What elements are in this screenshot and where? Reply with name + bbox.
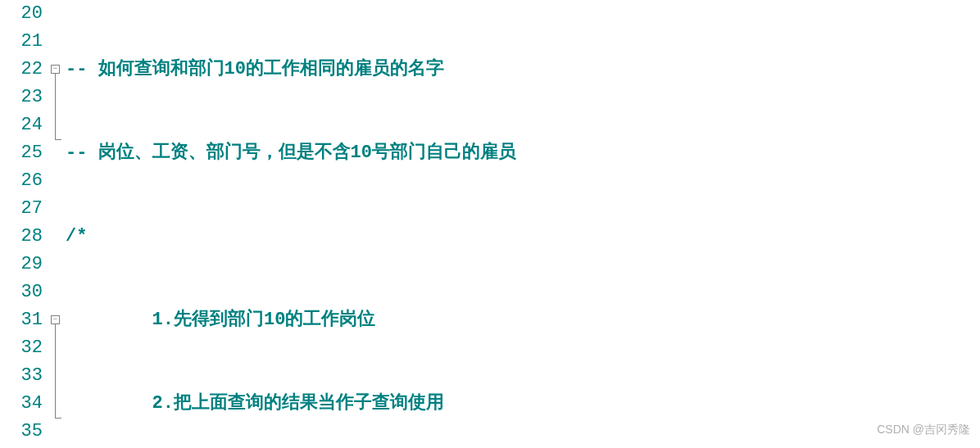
line-number: 29: [0, 251, 43, 278]
fold-column: − −: [49, 0, 66, 448]
line-number: 27: [0, 195, 43, 223]
comment: -- 岗位、工资、部门号，但是不含10号部门自己的雇员: [66, 143, 516, 163]
fold-guide-end: [55, 418, 61, 419]
comment: -- 如何查询和部门10的工作相同的雇员的名字: [66, 59, 444, 79]
fold-toggle-icon[interactable]: −: [51, 315, 60, 324]
line-number: 25: [0, 139, 43, 167]
line-number: 23: [0, 84, 43, 111]
line-number: 24: [0, 111, 43, 139]
code-line[interactable]: 2.把上面查询的结果当作子查询使用: [66, 390, 980, 418]
fold-toggle-icon[interactable]: −: [51, 65, 60, 74]
line-number: 30: [0, 278, 43, 306]
fold-guide-line: [55, 324, 56, 418]
line-number: 31: [0, 306, 43, 334]
line-number: 35: [0, 418, 43, 446]
line-number: 22: [0, 56, 43, 84]
code-area[interactable]: -- 如何查询和部门10的工作相同的雇员的名字 -- 岗位、工资、部门号，但是不…: [66, 0, 980, 448]
line-number: 21: [0, 28, 43, 56]
fold-guide-end: [55, 139, 61, 140]
line-number: 32: [0, 334, 43, 362]
code-editor[interactable]: 20 21 22 23 24 25 26 27 28 29 30 31 32 3…: [0, 0, 980, 448]
code-line[interactable]: /*: [66, 223, 980, 251]
code-line[interactable]: -- 岗位、工资、部门号，但是不含10号部门自己的雇员: [66, 139, 980, 167]
line-number: 33: [0, 362, 43, 390]
block-comment-body: 1.先得到部门10的工作岗位: [66, 310, 375, 330]
line-number: 34: [0, 390, 43, 418]
code-line[interactable]: -- 如何查询和部门10的工作相同的雇员的名字: [66, 56, 980, 84]
watermark: CSDN @吉冈秀隆: [877, 415, 970, 443]
line-number: 26: [0, 167, 43, 195]
code-line[interactable]: 1.先得到部门10的工作岗位: [66, 306, 980, 334]
fold-guide-line: [55, 74, 56, 139]
block-comment-open: /*: [66, 226, 87, 247]
line-number: 20: [0, 0, 43, 28]
line-number-gutter: 20 21 22 23 24 25 26 27 28 29 30 31 32 3…: [0, 0, 49, 448]
line-number: 28: [0, 223, 43, 251]
block-comment-body: 2.把上面查询的结果当作子查询使用: [66, 393, 444, 414]
